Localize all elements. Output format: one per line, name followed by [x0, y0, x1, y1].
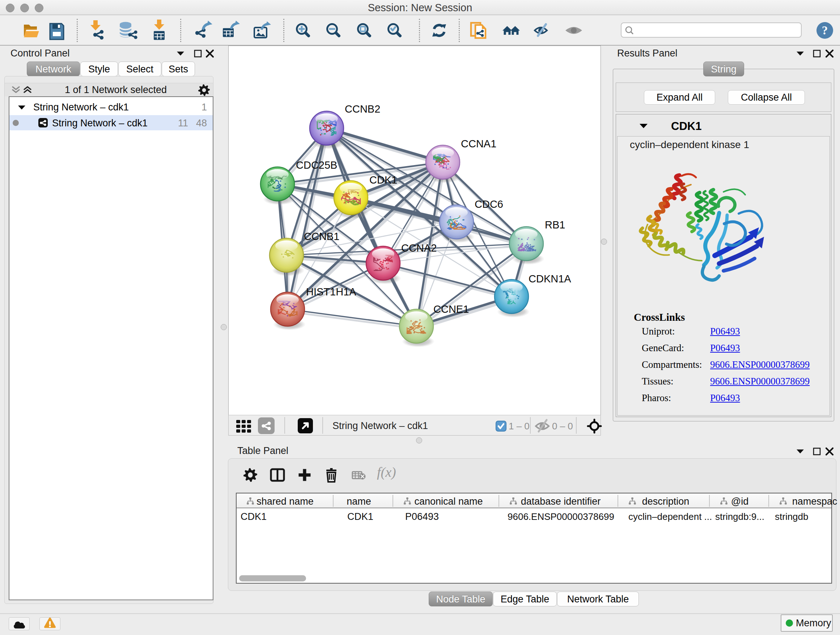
svg-text:CCNA2: CCNA2 [401, 242, 437, 254]
svg-text:CDKN1A: CDKN1A [529, 273, 571, 285]
svg-text:CDK1: CDK1 [369, 174, 397, 186]
svg-text:CCNE1: CCNE1 [433, 303, 469, 315]
svg-text:CCNB1: CCNB1 [304, 231, 339, 242]
svg-text:CCNA1: CCNA1 [461, 138, 496, 149]
svg-text:CDC6: CDC6 [475, 198, 503, 210]
svg-text:CCNB2: CCNB2 [345, 103, 380, 115]
svg-text:RB1: RB1 [545, 219, 565, 231]
svg-text:HIST1H1A: HIST1H1A [306, 286, 356, 298]
svg-text:CDC25B: CDC25B [296, 159, 337, 171]
